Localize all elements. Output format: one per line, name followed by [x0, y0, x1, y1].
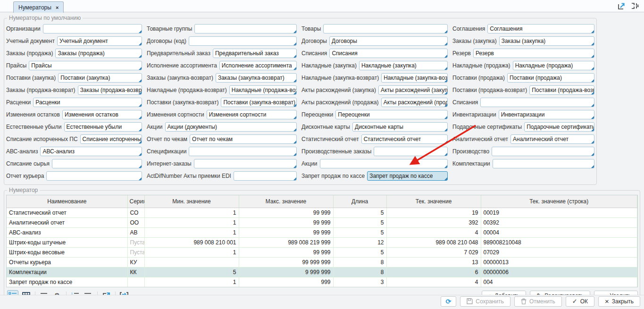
field-label: Естественные убыли [6, 124, 62, 130]
field-cell: ActDifNumber Акты приемки EDI [147, 171, 297, 181]
field-input[interactable] [492, 147, 594, 156]
field-input[interactable] [234, 171, 297, 181]
table-row[interactable]: Штрих-коды весовыеПустая199 99957 029070… [7, 247, 637, 257]
table-cell: 07029 [481, 247, 637, 257]
collapse-panels-icon[interactable] [631, 2, 639, 10]
table-row[interactable]: Штрих-коды штучныеПустая989 008 210 0019… [7, 237, 637, 247]
field-input[interactable] [323, 24, 448, 33]
field-input[interactable]: Исполнение ассортимента [219, 61, 297, 70]
field-input[interactable]: Учетный документ [57, 36, 142, 46]
column-header[interactable]: Тек. значение [386, 195, 481, 208]
trash-icon [521, 298, 527, 304]
field-input[interactable]: Поставки (закупка-возврат) [221, 98, 297, 107]
field-input[interactable]: Резерв [473, 49, 594, 58]
refresh-button[interactable]: ⟳ [441, 296, 457, 307]
table-row[interactable]: АВС-анализАВ199 9995400004 [7, 227, 637, 237]
field-input[interactable] [194, 24, 297, 33]
field-input[interactable]: Заказы (продажа) [55, 49, 142, 58]
column-header[interactable]: Наименование [7, 195, 127, 208]
field-cell: Спецификации [147, 147, 297, 156]
field-input[interactable]: Договоры [329, 36, 448, 46]
field-input-highlighted[interactable]: Запрет продаж по кассе [367, 171, 448, 181]
field-input[interactable]: Подарочные сертификаты [524, 122, 594, 132]
field-input[interactable] [46, 171, 142, 181]
field-input[interactable]: Заказы (закупка-возврат) [216, 73, 297, 83]
table-row[interactable]: Аналитический отчетОО199 999539200392 [7, 217, 637, 227]
field-input[interactable]: Акты расхождений (закупка) [378, 85, 448, 95]
field-label: Подарочные сертификаты [452, 124, 522, 130]
field-input[interactable]: Накладные (закупка-возврат) [381, 73, 448, 83]
table-cell: 5 [333, 208, 386, 217]
field-input[interactable]: Дисконтные карты [352, 122, 448, 132]
field-input[interactable]: Расценки [33, 98, 142, 107]
field-input[interactable] [189, 36, 297, 46]
field-input[interactable]: Соглашения [487, 24, 594, 33]
field-input[interactable]: Предварительный заказ [213, 49, 297, 58]
field-input[interactable]: Накладные (продажа) [513, 61, 594, 70]
field-input[interactable]: Поставки (продажа-возврат) [529, 85, 594, 95]
field-input[interactable] [189, 147, 297, 156]
field-input[interactable]: Заказы (продажа-возврат) [78, 85, 142, 95]
field-input[interactable]: Акты расхождений (продажа) [381, 98, 448, 107]
field-cell: Изменения сортностиИзменения сортности [147, 110, 297, 119]
field-cell: Учетный документУчетный документ [6, 36, 142, 46]
table-row[interactable]: Статистический отчетСО199 99951900019 [7, 208, 637, 217]
table-cell: 99 999 [239, 208, 333, 217]
field-input[interactable] [43, 24, 142, 33]
field-input[interactable]: Накладные (закупка) [359, 61, 448, 70]
column-header[interactable]: Тек. значение (строка) [481, 195, 637, 208]
field-input[interactable] [374, 147, 448, 156]
column-header[interactable]: Длина [333, 195, 386, 208]
field-cell: РезервРезерв [452, 49, 594, 58]
field-input[interactable]: Прайсы [29, 61, 142, 70]
field-cell: Товары [301, 24, 448, 33]
table-row[interactable]: КомплектацииКК59 999 9998600000006 [7, 267, 637, 277]
field-input[interactable]: Поставки (продажа) [507, 73, 594, 83]
save-button[interactable]: Сохранить [460, 296, 510, 307]
tab-close-icon[interactable]: × [56, 5, 59, 10]
field-label: Аналитический отчет [452, 136, 508, 142]
table-cell: 1 [144, 217, 239, 227]
ok-button[interactable]: ✓ ОК [566, 296, 594, 307]
field-cell: Накладные (продажа-возврат)Накладные (пр… [147, 85, 297, 95]
field-input[interactable]: Списания [329, 49, 448, 58]
table-row[interactable]: Отчеты курьераКУ99 999 99981300000013 [7, 257, 637, 267]
field-input[interactable] [493, 159, 594, 168]
close-button[interactable]: × Закрыть [598, 296, 640, 307]
field-input[interactable]: Естественные убыли [64, 122, 142, 132]
field-input[interactable]: Накладные (продажа-возврат) [229, 85, 297, 95]
table-cell: 00000006 [481, 267, 637, 277]
field-input[interactable] [320, 159, 448, 168]
field-cell: Комплектации [452, 159, 594, 168]
expand-window-icon[interactable] [618, 2, 626, 10]
column-header[interactable]: Мин. значение [144, 195, 239, 208]
cancel-button[interactable]: Отменить [514, 296, 562, 307]
tab-numerators[interactable]: Нумераторы × [13, 1, 64, 13]
field-input[interactable]: Изменения остатков [62, 110, 142, 119]
field-input[interactable]: Списание испорченных ПС [80, 134, 142, 144]
field-input[interactable]: Акции (документы) [165, 122, 297, 132]
column-header[interactable]: Макс. значение [239, 195, 333, 208]
field-label: Товары [301, 25, 321, 32]
field-label: Переоценки [301, 111, 333, 118]
table-cell: Пустая [127, 237, 144, 247]
field-input[interactable]: Инвентаризации [499, 110, 594, 119]
field-input[interactable] [194, 159, 297, 168]
field-input[interactable]: Изменения сортности [207, 110, 297, 119]
field-cell: Производственные заказы [301, 147, 448, 156]
column-header[interactable]: Серия [127, 195, 144, 208]
field-input[interactable]: Статистический отчет [361, 134, 448, 144]
field-input[interactable]: Переоценки [335, 110, 448, 119]
table-cell: 99 999 999 [239, 257, 333, 267]
field-cell: Предварительный заказПредварительный зак… [147, 49, 297, 58]
field-input[interactable] [480, 98, 594, 107]
field-input[interactable]: Заказы (закупка) [499, 36, 594, 46]
table-row[interactable]: Запрет продаж по кассе199934004 [7, 277, 637, 287]
field-label: Резерв [452, 50, 471, 57]
field-input[interactable]: Поставки (закупка) [58, 73, 142, 83]
table-body: Статистический отчетСО199 99951900019Ана… [7, 208, 637, 287]
field-input[interactable]: Аналитический отчет [510, 134, 594, 144]
field-input[interactable] [52, 159, 142, 168]
field-input[interactable]: Отчет по чекам [190, 134, 297, 144]
field-input[interactable]: АВС-анализ [40, 147, 142, 156]
